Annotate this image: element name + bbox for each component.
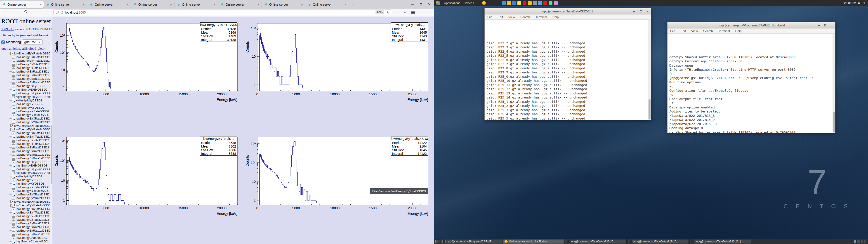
places-menu[interactable]: Places	[463, 0, 476, 6]
tab-close-icon[interactable]: ×	[344, 3, 347, 6]
grid-layout-select[interactable]: grid 2x2	[22, 39, 42, 45]
show-desktop-button[interactable]	[435, 240, 439, 243]
tray-icon[interactable]	[533, 1, 537, 5]
tree-item[interactable]: lowEnergyEyTotalDSSD1	[6, 62, 53, 66]
browser-tab[interactable]: Online server ×	[0, 1, 43, 8]
browser-tab[interactable]: Online server ×	[175, 1, 218, 8]
tree-item[interactable]: lowEnergyEyRateDSSD2	[6, 146, 53, 149]
monitoring-checkbox[interactable]: ✓	[1, 40, 5, 44]
tab-close-icon[interactable]: ×	[39, 3, 42, 6]
taskbar-window-button[interactable]: npg@carme-gsi:/TapeData/G22-201	[565, 239, 627, 244]
tree-item[interactable]: lowEnergyExXTotalDSSD3	[6, 207, 53, 211]
terminal-menu-item[interactable]: View	[691, 29, 698, 33]
tab-close-icon[interactable]: ×	[301, 3, 303, 6]
tray-icon[interactable]	[549, 1, 553, 5]
tree-action-link[interactable]: reload	[27, 47, 38, 50]
minimize-icon[interactable]	[633, 11, 636, 12]
terminal-output[interactable]: gzip: R22_2.gz already has .gz suffix --…	[485, 20, 651, 120]
applications-menu[interactable]: Applications	[442, 0, 463, 6]
tree-item[interactable]: highEnergyExEyDSSDPair3	[6, 171, 53, 175]
tree-item[interactable]: lowEnergyEyYTotalDSSD3	[6, 211, 53, 214]
terminal-menu-item[interactable]: Search	[703, 29, 713, 33]
tray-icon[interactable]	[512, 1, 516, 5]
tree-item[interactable]: lowEnergyXYDSSD3	[6, 178, 53, 182]
tree-item[interactable]: highEnergyXYDSSD2	[6, 106, 53, 109]
workspace-cell[interactable]	[864, 240, 867, 243]
tab-close-icon[interactable]: ×	[169, 3, 173, 6]
tree-item[interactable]: lowEnergyExEyPairDSSD3	[6, 167, 53, 171]
tree-item[interactable]: lowEnergyXYRateDSSD3	[6, 185, 53, 189]
taskbar-window-button[interactable]: [npg@carme-gsi:/TapeData/G22-201]	[689, 239, 751, 244]
tree-item[interactable]: xyMultiplicityDSSD3	[6, 175, 53, 178]
tree-item[interactable]: lowEnergyEyRateDSSD3	[6, 221, 53, 225]
tree-item[interactable]: deltaCorrelationScaler	[6, 243, 53, 244]
tab-close-icon[interactable]: ×	[257, 3, 260, 6]
terminal-title-bar[interactable]: npg@carme-gsi:/TapeData/G22-201 ×	[485, 8, 651, 14]
tree-item[interactable]: highEnergyExEyDSSDPair2	[6, 95, 53, 98]
terminal-title-bar[interactable]: npg@carme-gsi:~/Programs/CARME_Sort/buil…	[668, 22, 835, 28]
tray-icon[interactable]	[523, 1, 526, 5]
app-menu-icon[interactable]	[411, 11, 415, 13]
terminal-menu-item[interactable]: Search	[520, 16, 530, 19]
tray-icon[interactable]	[507, 1, 511, 5]
workspace-cell[interactable]	[854, 240, 857, 243]
terminal-menu-item[interactable]: Terminal	[718, 29, 730, 33]
bookmark-star-icon[interactable]: ★	[386, 10, 389, 14]
tree-item[interactable]: highEnergyChannelADC	[6, 240, 53, 243]
tree-action-link[interactable]: clear	[38, 47, 44, 50]
tree-item[interactable]: lowEnergyExXRateDSSD2	[6, 117, 53, 120]
tree-action-link[interactable]: close all	[14, 47, 27, 50]
tree-item[interactable]: lowEnergyEyTotalDSSD3	[6, 214, 53, 218]
tree-item[interactable]: lowEnergyEyRateDSSD1	[6, 69, 53, 73]
terminal-menu-item[interactable]: Terminal	[535, 16, 547, 19]
terminal-scrollbar[interactable]	[648, 20, 651, 120]
zoom-level-badge[interactable]: 90%	[375, 10, 384, 14]
browser-tab[interactable]: Online server ×	[262, 1, 305, 8]
workspace-cell[interactable]	[857, 240, 860, 243]
tab-close-icon[interactable]: ×	[126, 3, 129, 6]
new-tab-button[interactable]: +	[349, 2, 357, 7]
tree-item[interactable]: lowEnergyExTotalDSSD3	[6, 218, 53, 221]
shield-icon[interactable]	[55, 11, 59, 14]
tree-item[interactable]: lowEnergyXYDSSD2	[6, 102, 53, 106]
tray-icon[interactable]	[528, 1, 532, 5]
tray-icon[interactable]	[544, 1, 547, 5]
tree-item[interactable]: lowEnergyEyYTotalDSSD2	[6, 135, 53, 138]
scrollbar-thumb[interactable]	[833, 112, 835, 132]
url-text[interactable]: localhost:8085	[65, 11, 86, 14]
tree-item[interactable]: lowEnergyXYTotalDSSD3	[6, 189, 53, 192]
tree-item[interactable]: lowEnergyEyYRate1sDSSD2	[6, 127, 53, 131]
tree-item[interactable]: lowEnergyEyRate1sDSSD2	[6, 153, 53, 156]
tree-item[interactable]: lowEnergyExRateDSSD3	[6, 225, 53, 228]
tray-icon[interactable]	[554, 1, 558, 5]
tree-item[interactable]: lowEnergyEyYRate1sDSSD1	[6, 52, 53, 55]
chevron-down-icon[interactable]	[864, 2, 865, 4]
maximize-icon[interactable]	[640, 10, 642, 12]
terminal-menu-item[interactable]: File	[670, 29, 675, 33]
tree-item[interactable]: highEnergyXYDSSD3	[6, 182, 53, 185]
tray-icon[interactable]	[518, 1, 521, 5]
tree-item[interactable]: lowEnergyExXRate1sDSSD3	[6, 200, 53, 203]
tree-item[interactable]: lowEnergyEyYTotalDSSD1	[6, 59, 53, 62]
histogram-pad[interactable]: 0500010000150002000011010²Energy [keV]Co…	[243, 17, 434, 130]
tray-icon[interactable]	[538, 1, 542, 5]
browser-tab[interactable]: Online server ×	[218, 1, 262, 8]
histogram-pad[interactable]: 0500010000150002000011010²10³Energy [keV…	[53, 17, 243, 130]
terminal-menu-item[interactable]: View	[508, 16, 515, 19]
overflow-menu-button[interactable]: »	[403, 10, 405, 15]
tab-close-icon[interactable]: ×	[82, 3, 85, 6]
histogram-pad[interactable]: 0500010000150002000011010²10³Energy [keV…	[243, 130, 434, 244]
tree-item[interactable]: highEnergyExEyDSSD3	[6, 163, 53, 167]
terminal-scrollbar[interactable]	[833, 34, 835, 133]
tree-item[interactable]: lowEnergyExEyDSSD3	[6, 160, 53, 163]
tray-icon[interactable]	[502, 1, 506, 5]
sidebar-scrollbar[interactable]	[51, 44, 53, 244]
minimize-icon[interactable]	[411, 4, 414, 4]
maximize-icon[interactable]	[825, 24, 827, 26]
tab-close-icon[interactable]: ×	[213, 3, 216, 6]
forward-button[interactable]: →	[10, 10, 21, 15]
browser-tab[interactable]: Online server ×	[43, 1, 87, 8]
tree-item[interactable]: lowEnergyExTotalDSSD2	[6, 142, 53, 146]
tree-item[interactable]: lowEnergyExRateDSSD1	[6, 73, 53, 77]
workspace-cell[interactable]	[860, 240, 863, 243]
